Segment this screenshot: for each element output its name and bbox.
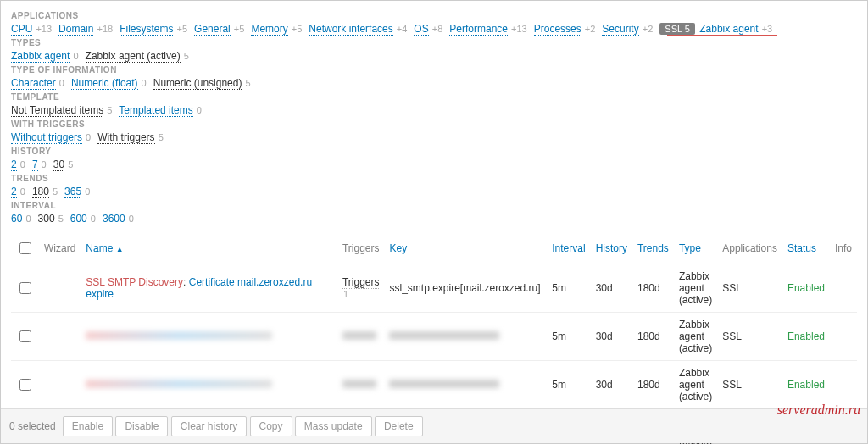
filter-link[interactable]: 30 <box>53 158 64 171</box>
filter-count: 5 <box>181 51 189 61</box>
filter-count: 0 <box>82 186 90 197</box>
filter-link[interactable]: Not Templated items <box>11 104 103 117</box>
triggers-link[interactable]: Triggers <box>342 276 380 289</box>
filter-link[interactable]: OS <box>414 23 428 36</box>
filter-count: 0 <box>57 78 64 88</box>
filter-link[interactable]: Processes <box>534 23 581 36</box>
filter-applications-label: APPLICATIONS <box>11 11 857 20</box>
status-link[interactable]: Enabled <box>787 330 825 342</box>
filter-tag-applications[interactable]: SSL 5 <box>659 23 695 35</box>
filter-link[interactable]: 60 <box>11 213 22 225</box>
filter-link[interactable]: Zabbix agent <box>699 23 758 36</box>
col-name[interactable]: Name ▲ <box>81 233 337 264</box>
col-triggers[interactable]: Triggers <box>337 233 385 264</box>
filter-link[interactable]: 300 <box>38 213 55 225</box>
col-interval[interactable]: Interval <box>547 233 590 264</box>
col-type[interactable]: Type <box>674 233 717 264</box>
selected-count: 0 selected <box>9 420 56 432</box>
filter-count: 5 <box>50 186 58 197</box>
cell-interval: 5m <box>547 264 590 313</box>
row-checkbox[interactable] <box>19 282 31 294</box>
col-status[interactable]: Status <box>782 233 830 264</box>
cell-history: 30d <box>591 313 632 361</box>
action-copy-button[interactable]: Copy <box>250 416 292 436</box>
table-row: 5m30d180dZabbix agent (active)SSLEnabled <box>11 313 857 361</box>
filter-count: +5 <box>231 24 245 34</box>
filter-link[interactable]: Domain <box>58 23 93 36</box>
col-history[interactable]: History <box>591 233 632 264</box>
filter-link[interactable]: 600 <box>70 213 87 225</box>
filter-history-row: 2 07 030 5 <box>11 158 857 170</box>
filter-count: 5 <box>104 105 112 115</box>
filter-link[interactable]: 7 <box>32 158 38 171</box>
cell-type: Zabbix agent (active) <box>674 264 717 313</box>
filter-count: 0 <box>139 78 147 88</box>
sort-asc-icon: ▲ <box>116 245 124 253</box>
filter-trends: TRENDS 2 0180 5365 0 <box>11 174 857 197</box>
cell-interval: 5m <box>547 361 590 409</box>
filter-link[interactable]: Memory <box>251 23 287 36</box>
filter-link[interactable]: Templated items <box>119 104 192 117</box>
row-checkbox[interactable] <box>19 330 31 342</box>
status-link[interactable]: Enabled <box>787 379 825 391</box>
row-checkbox[interactable] <box>19 379 31 391</box>
filter-applications: APPLICATIONS CPU +13Domain +18Filesystem… <box>11 11 857 35</box>
filter-link[interactable]: Filesystems <box>120 23 173 36</box>
select-all-checkbox[interactable] <box>19 242 31 254</box>
filter-count: +18 <box>94 24 113 34</box>
filter-count: 0 <box>88 214 96 224</box>
action-disable-button[interactable]: Disable <box>115 416 168 436</box>
filter-link[interactable]: Security <box>602 23 638 36</box>
cell-trends: 180d <box>632 264 674 313</box>
filter-link[interactable]: Numeric (float) <box>71 77 138 90</box>
action-enable-button[interactable]: Enable <box>63 416 113 436</box>
action-buttons: Enable Disable Clear history Copy Mass u… <box>63 416 423 436</box>
col-trends[interactable]: Trends <box>632 233 674 264</box>
filter-template-row: Not Templated items 5Templated items 0 <box>11 104 857 116</box>
action-mass-update-button[interactable]: Mass update <box>295 416 372 436</box>
action-delete-button[interactable]: Delete <box>375 416 423 436</box>
col-info[interactable]: Info <box>830 233 857 264</box>
filter-count: +8 <box>430 24 443 34</box>
col-applications[interactable]: Applications <box>717 233 782 264</box>
filter-interval-row: 60 0300 5600 03600 0 <box>11 213 857 225</box>
cell-history: 30d <box>591 361 632 409</box>
filter-link[interactable]: 3600 <box>103 213 125 225</box>
filter-link[interactable]: Network interfaces <box>309 23 392 36</box>
action-bar: 0 selected Enable Disable Clear history … <box>1 408 867 443</box>
filter-count: +2 <box>640 24 654 34</box>
filter-count: 0 <box>70 51 78 61</box>
filter-link[interactable]: Zabbix agent (active) <box>86 50 181 63</box>
filter-count: 0 <box>194 105 202 115</box>
filter-link[interactable]: Performance <box>449 23 508 36</box>
status-link[interactable]: Enabled <box>787 282 825 294</box>
filter-link[interactable]: General <box>194 23 231 36</box>
filter-count: +13 <box>509 24 527 34</box>
filter-link[interactable]: CPU <box>11 23 32 36</box>
filter-withtriggers: WITH TRIGGERS Without triggers 0With tri… <box>11 119 857 143</box>
filter-link[interactable]: Zabbix agent <box>11 50 70 63</box>
action-clear-history-button[interactable]: Clear history <box>171 416 247 436</box>
cell-trends: 180d <box>632 313 674 361</box>
filter-link[interactable]: 2 <box>11 186 17 198</box>
filter-link[interactable]: 2 <box>11 158 17 171</box>
col-key[interactable]: Key <box>384 233 547 264</box>
cell-trends: 180d <box>632 361 674 409</box>
filter-count: 5 <box>156 132 164 142</box>
cell-type: Zabbix agent (active) <box>674 361 717 409</box>
filter-count: 0 <box>18 186 25 197</box>
table-row: 5m30d180dZabbix agent (active)SSLEnabled <box>11 361 857 409</box>
filter-link[interactable]: 180 <box>32 186 49 198</box>
filter-count: 5 <box>242 78 250 88</box>
col-wizard[interactable]: Wizard <box>39 233 81 264</box>
filter-typeinfo-row: Character 0Numeric (float) 0Numeric (uns… <box>11 77 857 89</box>
filter-link[interactable]: Numeric (unsigned) <box>153 77 242 90</box>
filter-link[interactable]: 365 <box>64 186 81 198</box>
item-prefix[interactable]: SSL SMTP Discovery <box>86 276 183 288</box>
filter-link[interactable]: Without triggers <box>11 131 82 144</box>
item-key: ssl_smtp.expire[mail.zeroxzed.ru] <box>384 264 547 313</box>
filter-count: 0 <box>39 159 47 169</box>
filter-link[interactable]: With triggers <box>97 131 154 144</box>
filter-link[interactable]: Character <box>11 77 56 90</box>
filter-template: TEMPLATE Not Templated items 5Templated … <box>11 92 857 116</box>
